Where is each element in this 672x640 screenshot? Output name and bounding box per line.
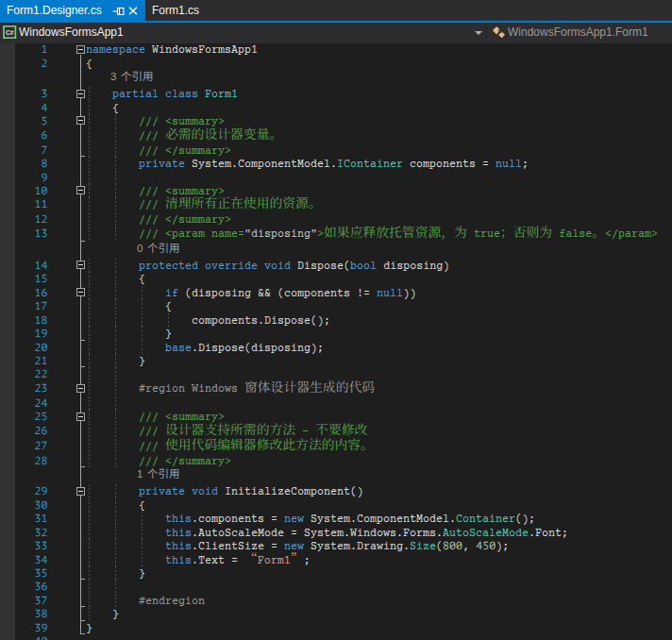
codelens-references[interactable]: 0 个引用 [137, 242, 180, 255]
code-token-kw: null [377, 286, 403, 299]
code-line-35[interactable]: 35 } [0, 566, 672, 580]
code-rows: 1namespace WindowsFormsApp12{3 个引用3 part… [0, 42, 672, 640]
codelens-references[interactable]: 1 个引用 [137, 467, 180, 480]
line-number: 16 [15, 286, 48, 299]
codelens-row[interactable]: 1 个引用 [0, 467, 672, 484]
code-line-3[interactable]: 3 partial class Form1 [0, 87, 672, 100]
code-line-24[interactable]: 24 [0, 396, 672, 410]
code-line-28[interactable]: 28 /// </summary> [0, 454, 672, 467]
project-dropdown[interactable]: C# WindowsFormsApp1 [0, 23, 486, 43]
code-line-21[interactable]: 21 } [0, 354, 672, 367]
code-token-kw: private [139, 157, 185, 170]
code-line-39[interactable]: 39} [0, 621, 672, 634]
code-text: /// <param name="disposing">如果应释放托管资源，为 … [86, 227, 658, 240]
code-line-5[interactable]: 5 /// <summary> [0, 114, 672, 127]
fold-collapse-box[interactable] [76, 384, 85, 393]
code-token-pp: #region Windows 窗体设计器生成的代码 [86, 381, 375, 395]
line-number: 20 [15, 341, 48, 354]
line-number: 22 [15, 367, 48, 380]
code-line-14[interactable]: 14 protected override void Dispose(bool … [0, 259, 672, 272]
code-line-20[interactable]: 20 base.Dispose(disposing); [0, 341, 672, 354]
code-text: #region Windows 窗体设计器生成的代码 [86, 381, 375, 395]
code-editor[interactable]: 1namespace WindowsFormsApp12{3 个引用3 part… [0, 43, 672, 640]
code-line-40[interactable]: 40 [0, 634, 672, 640]
code-token-pl: )) [403, 286, 416, 299]
member-dropdown[interactable]: WindowsFormsApp1.Form1 [487, 23, 672, 43]
code-line-31[interactable]: 31 this.components = new System.Componen… [0, 512, 672, 525]
code-token-pl: ; [304, 553, 311, 566]
code-token-pl [185, 484, 192, 497]
code-token-pl: } [86, 354, 145, 367]
fold-collapse-box[interactable] [76, 288, 85, 296]
code-line-23[interactable]: 23 #region Windows 窗体设计器生成的代码 [0, 381, 672, 396]
code-line-15[interactable]: 15 { [0, 272, 672, 285]
code-token-cm: >如果应释放托管资源，为 true；否则为 false。</param> [317, 227, 658, 240]
code-token-ty: IContainer [337, 157, 403, 170]
code-line-16[interactable]: 16 if (disposing && (components != null)… [0, 286, 672, 299]
codelens-references[interactable]: 3 个引用 [110, 70, 154, 83]
code-text: { [86, 272, 145, 285]
code-line-34[interactable]: 34 this.Text = “Form1”; [0, 553, 672, 566]
code-line-36[interactable]: 36 [0, 580, 672, 593]
code-text: this.components = new System.ComponentMo… [86, 512, 535, 525]
code-line-1[interactable]: 1namespace WindowsFormsApp1 [0, 42, 672, 56]
code-token-pl: System.Drawing. [304, 539, 410, 552]
code-line-6[interactable]: 6 /// 必需的设计器变量。 [0, 128, 672, 143]
code-text: } [86, 607, 119, 620]
code-text: /// 使用代码编辑器修改此方法的内容。 [86, 439, 374, 452]
code-line-33[interactable]: 33 this.ClientSize = new System.Drawing.… [0, 539, 672, 552]
line-number: 30 [15, 498, 48, 512]
pin-icon[interactable] [112, 6, 125, 17]
code-line-38[interactable]: 38 } [0, 607, 672, 620]
chevron-down-icon[interactable] [475, 31, 482, 35]
fold-collapse-box[interactable] [76, 116, 85, 125]
tab-form1-cs[interactable]: Form1.cs [145, 0, 230, 21]
close-icon[interactable] [128, 7, 138, 15]
code-token-pl [86, 259, 139, 272]
code-text: /// 设计器支持所需的方法 - 不要修改 [86, 424, 367, 437]
fold-collapse-box[interactable] [76, 261, 85, 269]
code-text: /// </summary> [86, 143, 231, 157]
code-line-9[interactable]: 9 [0, 171, 672, 184]
line-number: 14 [15, 259, 48, 272]
code-line-13[interactable]: 13 /// <param name="disposing">如果应释放托管资源… [0, 227, 672, 242]
code-line-27[interactable]: 27 /// 使用代码编辑器修改此方法的内容。 [0, 439, 672, 454]
code-token-pl [86, 87, 112, 100]
code-line-29[interactable]: 29 private void InitializeComponent() [0, 484, 672, 497]
code-line-26[interactable]: 26 /// 设计器支持所需的方法 - 不要修改 [0, 424, 672, 439]
code-line-10[interactable]: 10 /// <summary> [0, 184, 672, 197]
code-text: /// </summary> [86, 212, 231, 226]
code-line-19[interactable]: 19 } [0, 327, 672, 340]
fold-collapse-box[interactable] [76, 487, 85, 496]
code-line-22[interactable]: 22 [0, 367, 672, 380]
code-line-32[interactable]: 32 this.AutoScaleMode = System.Windows.F… [0, 526, 672, 539]
code-line-7[interactable]: 7 /// </summary> [0, 143, 672, 157]
code-line-12[interactable]: 12 /// </summary> [0, 212, 672, 226]
code-token-pl [86, 484, 139, 497]
line-number: 38 [15, 607, 48, 620]
code-token-cm: /// <summary> [86, 410, 225, 423]
code-token-pl [198, 259, 205, 272]
code-line-2[interactable]: 2{ [0, 57, 672, 70]
fold-collapse-box[interactable] [76, 186, 85, 194]
codelens-row[interactable]: 0 个引用 [0, 242, 672, 259]
code-token-pl: .ClientSize = [192, 539, 284, 552]
line-number: 27 [15, 439, 48, 452]
code-line-25[interactable]: 25 /// <summary> [0, 410, 672, 423]
fold-collapse-box[interactable] [76, 90, 85, 98]
code-line-30[interactable]: 30 { [0, 498, 672, 512]
code-line-37[interactable]: 37 #endregion [0, 594, 672, 607]
code-token-pl [86, 286, 165, 299]
code-token-pl: .AutoScaleMode = System.Windows.Forms. [192, 526, 443, 539]
line-number: 40 [15, 634, 48, 640]
tab-form1-designer-cs[interactable]: Form1.Designer.cs [0, 0, 145, 21]
codelens-row[interactable]: 3 个引用 [0, 70, 672, 87]
code-token-pl: .Dispose(disposing); [192, 341, 324, 354]
code-line-4[interactable]: 4 { [0, 101, 672, 114]
code-line-8[interactable]: 8 private System.ComponentModel.IContain… [0, 157, 672, 170]
code-line-18[interactable]: 18 components.Dispose(); [0, 313, 672, 327]
code-line-11[interactable]: 11 /// 清理所有正在使用的资源。 [0, 197, 672, 212]
fold-collapse-box[interactable] [76, 413, 85, 421]
code-line-17[interactable]: 17 { [0, 299, 672, 312]
fold-collapse-box[interactable] [76, 45, 85, 54]
